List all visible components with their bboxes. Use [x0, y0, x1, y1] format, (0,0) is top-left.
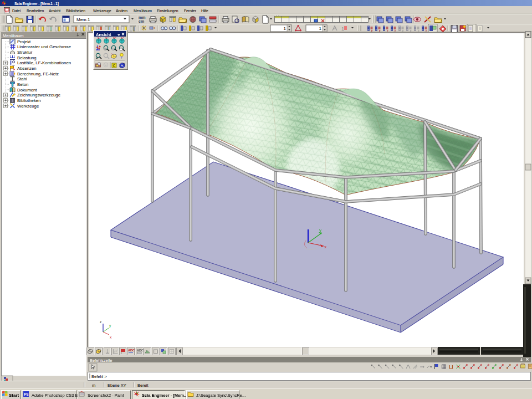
svg-text:C: C — [105, 63, 107, 66]
svg-text:Ps: Ps — [24, 392, 29, 396]
svg-text:ABC: ABC — [137, 349, 144, 352]
svg-text:C: C — [112, 64, 115, 68]
svg-text:ABC: ABC — [128, 349, 135, 352]
